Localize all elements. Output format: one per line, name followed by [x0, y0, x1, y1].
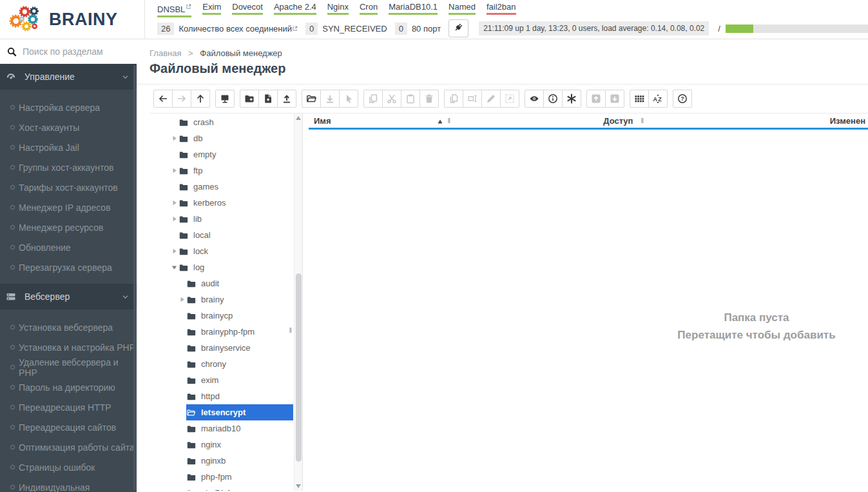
tree-item-brainyphp-fpm[interactable]: brainyphp-fpm [149, 324, 302, 340]
tree-item-chrony[interactable]: chrony [149, 356, 302, 372]
sidebar-scrollbar[interactable] [133, 65, 136, 491]
root-directory-button[interactable] [215, 90, 235, 108]
compress-button[interactable] [586, 90, 606, 108]
sidebar-item-0-5[interactable]: Менеджер IP адресов [0, 197, 137, 217]
tree-item-crash[interactable]: crash [149, 114, 302, 130]
tree-item-brainycp[interactable]: brainycp [149, 308, 302, 324]
sidebar-section-0[interactable]: Управление [0, 64, 137, 90]
back-button[interactable] [153, 90, 173, 108]
help-button[interactable]: ? [673, 90, 692, 108]
tree-item-db[interactable]: db [149, 130, 302, 146]
search-input[interactable] [23, 46, 130, 57]
cut-button[interactable] [382, 90, 401, 108]
scroll-down-arrow-icon[interactable] [296, 484, 301, 488]
service-link-6[interactable]: MariaDB10.1 [389, 2, 438, 15]
copy-button[interactable] [363, 90, 383, 108]
column-header-modified[interactable]: Изменен [644, 116, 868, 126]
sidebar-item-1-6[interactable]: Оптимизация работы сайта [0, 437, 137, 457]
sidebar-item-0-4[interactable]: Тарифы хост-аккаунтов [0, 177, 137, 197]
sidebar-item-0-1[interactable]: Хост-аккаунты [0, 117, 137, 137]
sidebar-item-1-3[interactable]: Пароль на директорию [0, 377, 137, 397]
extract-button[interactable] [605, 90, 624, 108]
tree-item-local[interactable]: local [149, 227, 302, 243]
expand-arrow-icon[interactable] [170, 200, 178, 206]
column-header-access[interactable]: Доступ ‖ [450, 116, 644, 126]
service-link-0[interactable]: DNSBL [157, 2, 191, 17]
sidebar-item-0-3[interactable]: Группы хост-аккаунтов [0, 157, 137, 177]
service-link-3[interactable]: Apache 2.4 [274, 2, 316, 15]
sidebar-item-0-6[interactable]: Менеджер ресурсов [0, 217, 137, 237]
sidebar-item-1-2[interactable]: Удаление вебсервера и PHP [0, 357, 137, 377]
scrollbar-thumb[interactable] [296, 273, 302, 462]
grid-view-button[interactable] [630, 90, 649, 108]
tree-item-ftp[interactable]: ftp [149, 162, 302, 179]
download-button[interactable] [320, 90, 340, 108]
expand-arrow-icon[interactable] [170, 168, 178, 173]
sidebar-item-1-1[interactable]: Установка и настройка PHP [0, 337, 137, 357]
service-link-7[interactable]: Named [448, 2, 476, 15]
sort-button[interactable]: AZ [648, 90, 668, 108]
sidebar-item-1-4[interactable]: Переадресация HTTP [0, 397, 137, 417]
expand-arrow-icon[interactable] [170, 248, 178, 254]
expand-arrow-icon[interactable] [178, 297, 186, 302]
new-file-button[interactable] [258, 90, 278, 108]
expand-arrow-icon[interactable] [170, 135, 178, 141]
breadcrumb-home[interactable]: Главная [149, 48, 181, 58]
expand-button[interactable] [500, 90, 519, 108]
select-button[interactable] [339, 90, 358, 108]
connections-plug-button[interactable] [448, 19, 468, 37]
sidebar-item-1-8[interactable]: Индивидуальная [0, 477, 137, 492]
duplicate-button[interactable] [444, 90, 463, 108]
tree-item-php71-fpm[interactable]: php71-fpm [149, 485, 302, 491]
tree-item-empty[interactable]: empty [149, 146, 302, 162]
sidebar-item-0-8[interactable]: Перезагрузка сервера [0, 257, 137, 277]
forward-button[interactable] [172, 90, 191, 108]
service-link-2[interactable]: Dovecot [232, 2, 263, 15]
tree-item-letsencrypt[interactable]: letsencrypt [149, 404, 302, 420]
tree-scrollbar[interactable] [294, 113, 302, 491]
service-link-8[interactable]: fail2ban [487, 2, 516, 15]
tree-item-nginxb[interactable]: nginxb [149, 453, 302, 469]
permissions-button[interactable] [562, 90, 581, 108]
open-folder-button[interactable] [302, 90, 321, 108]
column-header-name[interactable]: Имя ‖ [309, 116, 450, 126]
up-button[interactable] [191, 90, 210, 108]
sidebar-item-1-5[interactable]: Переадресация сайтов [0, 417, 137, 437]
sidebar-item-0-7[interactable]: Обновление [0, 237, 137, 257]
tree-item-exim[interactable]: exim [149, 372, 302, 388]
delete-button[interactable] [420, 90, 439, 108]
rename-button[interactable] [463, 90, 482, 108]
service-link-1[interactable]: Exim [202, 2, 221, 15]
panel-resize-handle[interactable]: ‖ [289, 326, 292, 334]
paste-button[interactable] [401, 90, 420, 108]
new-folder-button[interactable] [240, 90, 259, 108]
sidebar-item-0-0[interactable]: Настройка сервера [0, 97, 137, 117]
scroll-up-arrow-icon[interactable] [296, 116, 301, 120]
tree-item-brainy[interactable]: brainy [149, 291, 302, 308]
upload-button[interactable] [277, 90, 296, 108]
sidebar-section-1[interactable]: Вебсервер [0, 284, 137, 310]
sidebar-item-1-0[interactable]: Установка вебсервера [0, 317, 137, 337]
sidebar-item-0-2[interactable]: Настройка Jail [0, 137, 137, 157]
info-button[interactable] [543, 90, 563, 108]
tree-item-nginx[interactable]: nginx [149, 437, 302, 453]
logo[interactable]: BRAINY [0, 0, 145, 39]
connections-link[interactable]: Количество всех соединений [178, 24, 298, 34]
tree-item-mariadb10[interactable]: mariadb10 [149, 420, 302, 437]
edit-button[interactable] [481, 90, 501, 108]
sidebar-item-1-7[interactable]: Страницы ошибок [0, 457, 137, 477]
tree-item-lock[interactable]: lock [149, 243, 302, 259]
collapse-arrow-icon[interactable] [170, 265, 178, 270]
tree-item-lib[interactable]: lib [149, 211, 302, 227]
service-link-4[interactable]: Nginx [327, 2, 349, 15]
tree-item-kerberos[interactable]: kerberos [149, 195, 302, 211]
service-link-5[interactable]: Cron [360, 2, 378, 15]
tree-item-php-fpm[interactable]: php-fpm [149, 469, 302, 485]
tree-item-brainyservice[interactable]: brainyservice [149, 340, 302, 356]
preview-button[interactable] [525, 90, 544, 108]
tree-item-httpd[interactable]: httpd [149, 388, 302, 404]
tree-item-games[interactable]: games [149, 179, 302, 195]
expand-arrow-icon[interactable] [170, 216, 178, 222]
tree-item-log[interactable]: log [149, 259, 302, 275]
tree-item-audit[interactable]: audit [149, 275, 302, 291]
